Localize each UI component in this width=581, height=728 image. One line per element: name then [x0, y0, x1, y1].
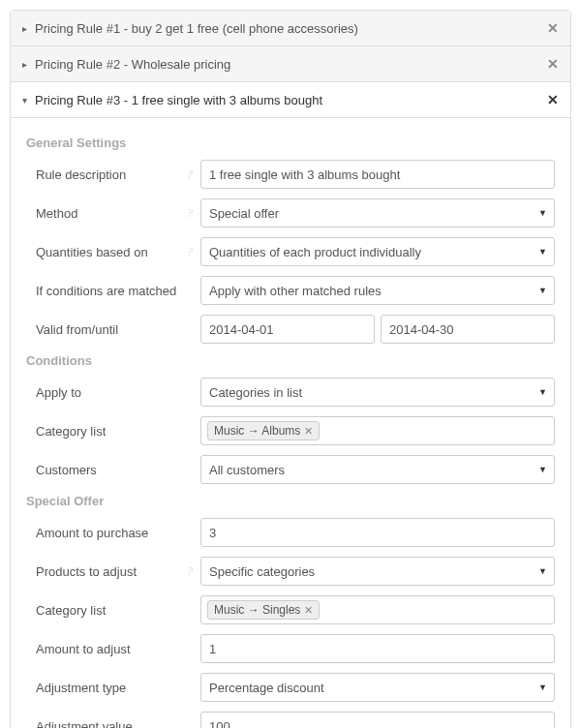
rule-3-body: General Settings Rule description? Metho… [11, 118, 570, 728]
tag-remove-icon[interactable]: ✕ [304, 425, 313, 438]
category-tag: Music → Albums✕ [207, 421, 320, 440]
help-icon[interactable]: ? [187, 245, 193, 259]
chevron-right-icon: ▸ [22, 23, 27, 34]
rule-1-header[interactable]: ▸ Pricing Rule #1 - buy 2 get 1 free (ce… [11, 11, 570, 46]
pricing-rules-accordion: ▸ Pricing Rule #1 - buy 2 get 1 free (ce… [10, 10, 571, 728]
amount-purchase-input[interactable] [200, 518, 555, 547]
category-list-label: Category list [36, 424, 106, 439]
conditions-matched-select[interactable]: Apply with other matched rules [200, 276, 555, 305]
adjustment-value-input[interactable] [200, 712, 555, 728]
rule-2-header[interactable]: ▸ Pricing Rule #2 - Wholesale pricing ✕ [11, 46, 570, 82]
rule-1-remove-icon[interactable]: ✕ [547, 20, 559, 36]
customers-select[interactable]: All customers [200, 455, 555, 484]
quantities-select[interactable]: Quantities of each product individually [200, 237, 555, 266]
tag-remove-icon[interactable]: ✕ [304, 604, 313, 617]
rule-description-input[interactable] [200, 160, 555, 189]
chevron-right-icon: ▸ [22, 59, 27, 70]
rule-1-title: Pricing Rule #1 - buy 2 get 1 free (cell… [35, 21, 358, 36]
products-adjust-label: Products to adjust [36, 564, 137, 579]
conditions-category-tagbox[interactable]: Music → Albums✕ [200, 416, 555, 445]
adjustment-type-label: Adjustment type [36, 681, 126, 695]
conditions-matched-label: If conditions are matched [36, 284, 176, 298]
rule-3-title: Pricing Rule #3 - 1 free single with 3 a… [35, 93, 322, 107]
section-conditions-heading: Conditions [26, 353, 555, 368]
quantities-label: Quantities based on [36, 245, 148, 259]
help-icon[interactable]: ? [187, 206, 193, 221]
apply-to-select[interactable]: Categories in list [200, 378, 555, 407]
valid-from-input[interactable] [200, 315, 375, 344]
offer-category-tagbox[interactable]: Music → Singles✕ [200, 595, 555, 624]
offer-category-list-label: Category list [36, 603, 106, 618]
rule-2-title: Pricing Rule #2 - Wholesale pricing [35, 57, 230, 72]
rule-description-label: Rule description [36, 167, 126, 182]
category-tag: Music → Singles✕ [207, 600, 320, 620]
amount-adjust-label: Amount to adjust [36, 642, 131, 656]
method-select[interactable]: Special offer [200, 198, 555, 228]
amount-purchase-label: Amount to purchase [36, 526, 148, 540]
section-special-heading: Special Offer [26, 494, 555, 508]
section-general-heading: General Settings [26, 136, 555, 150]
amount-adjust-input[interactable] [200, 634, 555, 663]
apply-to-label: Apply to [36, 385, 81, 400]
rule-3-header[interactable]: ▾ Pricing Rule #3 - 1 free single with 3… [11, 82, 570, 118]
help-icon[interactable]: ? [187, 564, 193, 579]
customers-label: Customers [36, 463, 97, 477]
valid-until-input[interactable] [381, 315, 555, 344]
adjustment-type-select[interactable]: Percentage discount [200, 673, 555, 702]
chevron-down-icon: ▾ [22, 95, 27, 106]
rule-3-remove-icon[interactable]: ✕ [547, 92, 559, 107]
products-adjust-select[interactable]: Specific categories [200, 557, 555, 586]
valid-label: Valid from/until [36, 322, 118, 337]
rule-2-remove-icon[interactable]: ✕ [547, 56, 559, 72]
method-label: Method [36, 206, 77, 221]
help-icon[interactable]: ? [187, 167, 193, 182]
adjustment-value-label: Adjustment value [36, 719, 133, 729]
